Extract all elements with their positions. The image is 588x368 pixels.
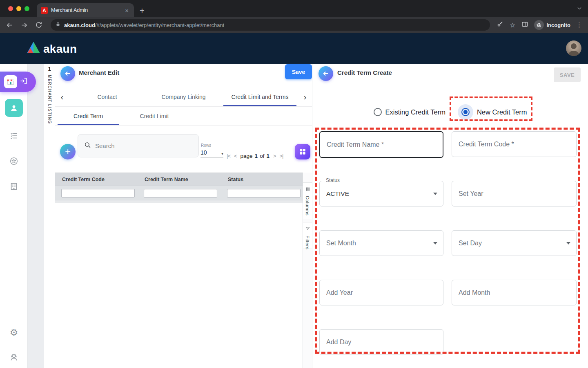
add-month-input[interactable]: Add Month [452, 280, 577, 305]
set-day-select[interactable]: Set Day [452, 230, 577, 256]
search-icon [84, 141, 91, 150]
settings-gear-icon[interactable]: ⚙ [9, 328, 19, 337]
sidebar-item-organization[interactable] [9, 182, 19, 191]
browser-tab[interactable]: A Merchant Admin × [37, 3, 134, 17]
back-icon[interactable] [4, 20, 15, 30]
table-header-row: Credit Term Code Credit Term Name Status [55, 173, 303, 186]
radio-existing-credit-term[interactable]: Existing Credit Term [374, 108, 445, 116]
first-page-icon[interactable]: |< [227, 153, 230, 159]
save-button-disabled[interactable]: SAVE [554, 67, 581, 82]
tab-title: Merchant Admin [51, 7, 120, 13]
subtab-credit-limit[interactable]: Credit Limit [121, 107, 187, 125]
filter-funnel-icon [305, 225, 310, 233]
close-tab-icon[interactable]: × [124, 7, 130, 14]
table-divider [55, 200, 303, 203]
add-row-button[interactable]: + [60, 144, 76, 159]
prev-page-icon[interactable]: < [234, 153, 237, 159]
set-month-select[interactable]: Set Month [319, 230, 443, 256]
status-label: Status [324, 177, 342, 183]
filter-credit-term-code-input[interactable] [61, 189, 135, 197]
filters-tool-tab[interactable]: Filters [303, 222, 312, 249]
credit-term-table: Credit Term Code Credit Term Name Status… [55, 173, 303, 368]
reload-icon[interactable] [33, 20, 44, 30]
sidebar-item-merchant-applet[interactable] [0, 72, 36, 92]
filters-tab-label: Filters [305, 236, 310, 249]
subtab-credit-term[interactable]: Credit Term [55, 107, 121, 125]
set-year-input[interactable]: Set Year [452, 181, 577, 206]
bookmark-star-icon[interactable]: ☆ [510, 21, 515, 29]
tab-contact[interactable]: Contact [69, 87, 145, 106]
tab-search-chevron-icon[interactable] [577, 5, 582, 13]
dropdown-caret-icon [433, 193, 437, 195]
dropdown-caret-icon: ▾ [221, 151, 223, 156]
columns-tool-tab[interactable]: Columns [303, 182, 312, 219]
subtab-bar: Credit Term Credit Limit [55, 107, 312, 126]
column-header-status[interactable]: Status [221, 177, 303, 182]
table-filter-row [55, 186, 303, 200]
filter-credit-term-name-input[interactable] [144, 189, 217, 197]
page-indicator: page 1 of 1 [241, 153, 270, 159]
credit-term-code-input[interactable]: Credit Term Code * [452, 131, 577, 157]
credit-term-name-input[interactable]: Credit Term Name * [319, 131, 443, 158]
url-text: akaun.cloud/#/applets/wavelet/erp/entity… [64, 22, 224, 28]
url-bar[interactable]: akaun.cloud/#/applets/wavelet/erp/entity… [51, 19, 490, 31]
save-button[interactable]: Save [285, 64, 312, 79]
search-placeholder: Search [95, 142, 115, 149]
akaun-logo[interactable]: akaun [27, 42, 77, 55]
pagination: |< < page 1 of 1 > >| [227, 151, 283, 160]
search-input[interactable]: Search [78, 134, 199, 157]
browser-tabstrip: A Merchant Admin × + [0, 0, 588, 17]
panel-label: MERCHANT LISTING [47, 75, 52, 124]
sidebar-item-favorites[interactable] [9, 156, 19, 166]
add-year-input[interactable]: Add Year [319, 280, 443, 305]
merchant-edit-panel: Merchant Edit Save ‹ Contact Company Lin… [55, 64, 312, 368]
storefront-icon [4, 75, 17, 88]
grid-view-button[interactable] [295, 144, 310, 159]
back-button-create[interactable] [318, 66, 333, 81]
incognito-indicator: Incognito [534, 20, 571, 30]
tab-credit-limit-and-terms[interactable]: Credit Limit and Terms [222, 87, 298, 106]
tab-company-linking[interactable]: Company Linking [145, 87, 222, 106]
columns-tab-label: Columns [305, 196, 310, 215]
next-page-icon[interactable]: > [273, 153, 276, 159]
angular-favicon-icon: A [41, 7, 48, 14]
column-header-credit-term-code[interactable]: Credit Term Code [55, 177, 138, 182]
sidebar-item-profile[interactable] [5, 99, 23, 117]
close-window-button[interactable] [8, 6, 13, 11]
browser-menu-icon[interactable]: ⋮ [576, 21, 582, 29]
support-headset-icon[interactable] [9, 352, 19, 362]
dropdown-caret-icon [433, 242, 437, 245]
app-header: akaun [0, 33, 588, 64]
radio-off-icon [374, 108, 382, 116]
grid-tool-strip: Columns Filters [303, 173, 312, 368]
tabs-scroll-right-icon[interactable]: › [298, 87, 312, 106]
radio-on-icon [458, 104, 473, 120]
user-avatar[interactable] [566, 40, 581, 56]
tabs-scroll-left-icon[interactable]: ‹ [55, 87, 69, 106]
collapsed-panel-tab[interactable]: 1 MERCHANT LISTING [44, 64, 55, 368]
forward-icon[interactable] [19, 20, 29, 30]
last-page-icon[interactable]: >| [280, 153, 283, 159]
minimize-window-button[interactable] [16, 6, 21, 11]
new-tab-button[interactable]: + [140, 7, 145, 15]
toolbar-right-icons: ☆ Incognito ⋮ [497, 20, 584, 30]
add-day-input[interactable]: Add Day [319, 329, 443, 355]
incognito-icon [534, 20, 544, 30]
column-header-credit-term-name[interactable]: Credit Term Name [138, 177, 221, 182]
passwords-key-icon[interactable] [497, 20, 504, 29]
rows-per-page-select[interactable]: 10 ▾ [200, 149, 223, 157]
filter-status-input[interactable] [227, 189, 301, 197]
rows-label: Rows [201, 143, 211, 148]
side-panel-icon[interactable] [521, 21, 528, 29]
body: ⚙ 1 MERCHANT LISTING Merchant Edit Save … [0, 64, 588, 368]
create-page-title: Credit Term Create [337, 69, 392, 76]
back-button[interactable] [60, 66, 75, 81]
screen: A Merchant Admin × + akaun.cloud/#/apple… [0, 0, 588, 368]
logo-text: akaun [43, 43, 77, 55]
page-title: Merchant Edit [79, 69, 119, 76]
status-select[interactable]: Status ACTIVE [319, 181, 443, 206]
radio-new-credit-term[interactable]: New Credit Term [458, 104, 527, 120]
left-sidebar: ⚙ [0, 64, 28, 368]
sidebar-item-listing[interactable] [9, 131, 19, 141]
fullscreen-window-button[interactable] [24, 6, 29, 11]
